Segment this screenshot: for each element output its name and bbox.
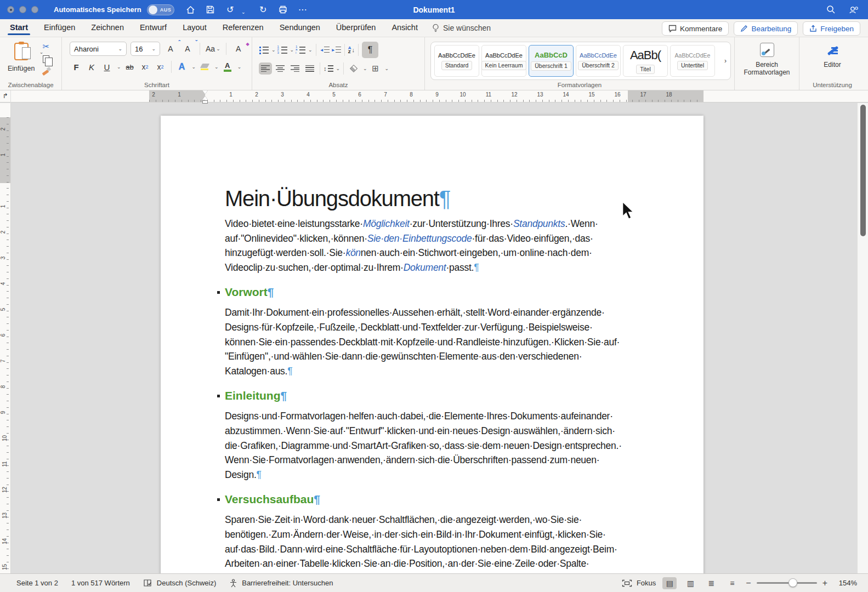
vertical-scrollbar[interactable] xyxy=(857,103,868,573)
document-page[interactable]: Mein·Übungsdokument¶Video·bietet·eine·le… xyxy=(161,116,704,573)
style-kein-leerraum[interactable]: AaBbCcDdEeKein Leerraum xyxy=(481,45,526,77)
print-icon[interactable] xyxy=(277,4,288,15)
borders-chevron-icon[interactable]: ⌄ xyxy=(385,66,389,71)
bullet-list-button[interactable] xyxy=(259,46,269,54)
sort-button[interactable]: AZ ↓ xyxy=(348,46,355,54)
text-effects-chevron-icon[interactable]: ⌄ xyxy=(192,64,196,70)
tab-zeichnen[interactable]: Zeichnen xyxy=(91,20,124,36)
text-effects-button[interactable]: A xyxy=(175,61,189,73)
numbered-list-chevron-icon[interactable]: ⌄ xyxy=(290,47,294,53)
tab-start[interactable]: Start xyxy=(10,20,28,36)
search-icon[interactable] xyxy=(825,4,836,15)
increase-indent-button[interactable]: ► xyxy=(331,46,341,54)
tab-entwurf[interactable]: Entwurf xyxy=(140,20,167,36)
presenter-icon[interactable] xyxy=(848,4,859,15)
style-ueberschrift-1[interactable]: AaBbCcDÜberschrift 1 xyxy=(529,45,574,77)
ruler-number: 1 xyxy=(229,92,232,98)
zoom-level[interactable]: 154% xyxy=(833,579,857,587)
tab-stop-selector[interactable]: ↱ xyxy=(0,90,11,103)
line-spacing-chevron-icon[interactable]: ⌄ xyxy=(336,66,341,71)
underline-button[interactable]: U xyxy=(100,61,114,73)
styles-gallery-more-button[interactable]: › xyxy=(722,55,729,67)
font-size-select[interactable]: 16⌄ xyxy=(131,42,160,56)
style-ueberschrift-2[interactable]: AaBbCcDdEeÜberschrift 2 xyxy=(576,45,621,77)
tab-ansicht[interactable]: Ansicht xyxy=(392,20,418,36)
autosave-toggle[interactable]: AUS xyxy=(147,4,174,15)
styles-pane-button[interactable]: BereichFormatvorlagen xyxy=(735,43,799,76)
tab-sendungen[interactable]: Sendungen xyxy=(280,20,320,36)
save-icon[interactable] xyxy=(205,4,216,15)
font-family-select[interactable]: Aharoni⌄ xyxy=(70,42,127,56)
borders-button[interactable]: ⊞ xyxy=(369,62,382,75)
numbered-list-button[interactable]: 1 2 3 xyxy=(277,46,287,54)
outline-view-icon[interactable]: ≣ xyxy=(704,577,718,589)
accessibility-status[interactable]: Barrierefreiheit: Untersuchen xyxy=(229,579,333,588)
font-color-button[interactable]: A xyxy=(221,61,234,73)
more-icon[interactable]: ⋯ xyxy=(297,4,308,15)
tab-referenzen[interactable]: Referenzen xyxy=(223,20,264,36)
redo-icon[interactable]: ↻ xyxy=(258,4,269,15)
tell-me[interactable]: Sie wünschen xyxy=(432,24,491,33)
align-center-button[interactable] xyxy=(274,62,287,75)
undo-chevron-icon[interactable]: ⌄ xyxy=(238,7,249,18)
copy-icon[interactable] xyxy=(43,55,49,63)
home-icon[interactable] xyxy=(185,4,196,15)
font-color-chevron-icon[interactable]: ⌄ xyxy=(237,64,242,70)
hanging-indent-marker[interactable] xyxy=(202,96,208,100)
strikethrough-button[interactable]: ab xyxy=(123,61,137,73)
word-count[interactable]: 1 von 517 Wörtern xyxy=(71,579,130,587)
superscript-button[interactable]: x2 xyxy=(154,61,167,73)
align-right-button[interactable] xyxy=(288,62,302,75)
focus-mode-button[interactable]: Fokus xyxy=(622,579,656,587)
zoom-in-button[interactable]: + xyxy=(822,578,827,588)
tab-ueberpruefen[interactable]: Überprüfen xyxy=(336,20,376,36)
draft-view-icon[interactable]: ≡ xyxy=(725,577,739,589)
spellcheck-status[interactable]: Deutsch (Schweiz) xyxy=(143,579,216,588)
style-standard[interactable]: AaBbCcDdEeStandard xyxy=(434,45,479,77)
scrollbar-thumb[interactable] xyxy=(860,105,866,236)
editor-button[interactable]: Editor xyxy=(799,43,865,69)
multilevel-list-chevron-icon[interactable]: ⌄ xyxy=(308,47,313,53)
justify-button[interactable] xyxy=(303,62,316,75)
clear-formatting-button[interactable]: A xyxy=(232,43,245,55)
shrink-font-button[interactable]: Aˇ xyxy=(181,43,194,55)
zoom-out-button[interactable]: − xyxy=(746,578,751,588)
highlight-chevron-icon[interactable]: ⌄ xyxy=(214,64,219,70)
left-indent-marker[interactable] xyxy=(202,100,208,104)
underline-chevron-icon[interactable]: ⌄ xyxy=(117,64,121,70)
page-indicator[interactable]: Seite 1 von 2 xyxy=(16,579,58,587)
decrease-indent-button[interactable]: ◄ xyxy=(320,46,330,54)
zoom-window-button[interactable] xyxy=(31,6,38,13)
highlight-button[interactable] xyxy=(198,61,211,73)
zoom-slider-thumb[interactable] xyxy=(788,578,797,587)
italic-button[interactable]: K xyxy=(85,61,98,73)
zoom-slider[interactable] xyxy=(757,582,817,584)
cut-scissors-icon[interactable]: ✂ xyxy=(43,42,50,52)
subscript-button[interactable]: x2 xyxy=(139,61,152,73)
minimize-window-button[interactable] xyxy=(19,6,26,13)
close-window-button[interactable] xyxy=(7,6,14,13)
multilevel-list-button[interactable]: 1 a i xyxy=(296,46,305,54)
line-spacing-button[interactable]: ↕ xyxy=(324,65,333,72)
first-line-indent-marker[interactable] xyxy=(202,90,208,94)
bullet-list-chevron-icon[interactable]: ⌄ xyxy=(271,47,276,53)
align-left-button[interactable] xyxy=(259,62,272,75)
comments-button[interactable]: Kommentare xyxy=(662,21,729,36)
tab-layout[interactable]: Layout xyxy=(183,20,207,36)
shading-chevron-icon[interactable]: ⌄ xyxy=(363,66,367,71)
paste-button[interactable]: ⌄ Einfügen xyxy=(8,43,35,72)
shading-button[interactable] xyxy=(347,62,360,75)
style-titel[interactable]: AaBb(Titel xyxy=(623,45,668,77)
undo-icon[interactable]: ↺ xyxy=(225,4,236,15)
format-painter-icon[interactable] xyxy=(42,67,50,76)
tab-einfuegen[interactable]: Einfügen xyxy=(44,20,75,36)
web-layout-view-icon[interactable]: ▥ xyxy=(683,577,697,589)
bold-button[interactable]: F xyxy=(70,61,83,73)
grow-font-button[interactable]: Aˆ xyxy=(164,43,177,55)
show-formatting-marks-button[interactable]: ¶ xyxy=(362,42,378,58)
style-untertitel[interactable]: AaBbCcDdEeUntertitel xyxy=(670,45,715,77)
print-layout-view-icon[interactable]: ▤ xyxy=(662,577,677,589)
share-button[interactable]: Freigeben xyxy=(803,21,860,36)
change-case-button[interactable]: Aa⌄ xyxy=(206,43,220,55)
editing-button[interactable]: Bearbeitung xyxy=(734,21,798,36)
